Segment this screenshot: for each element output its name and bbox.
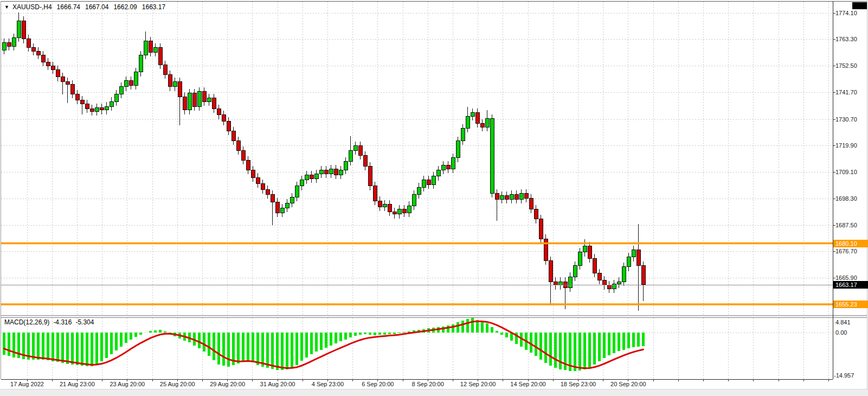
time-axis-label: 25 Aug 20:00 bbox=[160, 381, 195, 388]
macd-axis-label: 0.00 bbox=[835, 329, 847, 336]
macd-name: MACD(12,26,9) bbox=[4, 318, 49, 326]
price-axis-label: 1719.90 bbox=[835, 142, 857, 149]
time-axis-label: 29 Aug 20:00 bbox=[210, 381, 245, 388]
time-axis-label: 21 Aug 23:00 bbox=[60, 381, 95, 388]
macd-indicator-label: MACD(12,26,9)-4.316-5.304 bbox=[4, 318, 94, 326]
macd-axis-label: 4.841 bbox=[835, 319, 851, 326]
level-price-badge: 1680.10 bbox=[833, 240, 868, 247]
price-axis-label: 1774.10 bbox=[835, 10, 857, 17]
time-axis-label: 18 Sep 23:00 bbox=[561, 381, 596, 388]
time-axis-label: 6 Sep 20:00 bbox=[362, 381, 394, 388]
current-price-badge: 1663.17 bbox=[833, 281, 868, 289]
symbol-timeframe: XAUUSD-,H4 bbox=[12, 3, 52, 11]
price-axis-label: 1752.50 bbox=[835, 62, 857, 69]
scrollbar-thumb[interactable] bbox=[852, 2, 867, 9]
ohlc-high: 1667.04 bbox=[85, 3, 108, 11]
macd-signal-value: -5.304 bbox=[75, 318, 94, 326]
chevron-down-icon[interactable]: ▼ bbox=[4, 4, 9, 10]
time-axis-label: 14 Sep 20:00 bbox=[510, 381, 545, 388]
chart-window: ▼XAUUSD-,H41666.741667.041662.091663.17 … bbox=[0, 0, 868, 396]
price-axis-label: 1741.70 bbox=[835, 89, 857, 96]
price-axis-label: 1698.30 bbox=[835, 195, 857, 202]
time-axis-label: 12 Sep 20:00 bbox=[460, 381, 496, 388]
ohlc-open: 1666.74 bbox=[57, 3, 80, 11]
time-axis-label: 20 Sep 20:00 bbox=[610, 381, 646, 388]
macd-axis-label: -14.957 bbox=[834, 372, 854, 379]
chart-title: ▼XAUUSD-,H41666.741667.041662.091663.17 bbox=[4, 3, 165, 11]
ohlc-low: 1662.09 bbox=[113, 3, 137, 11]
time-axis-label: 23 Aug 20:00 bbox=[110, 381, 145, 388]
ohlc-close: 1663.17 bbox=[142, 3, 165, 11]
time-axis-label: 8 Sep 20:00 bbox=[412, 381, 444, 388]
time-axis-label: 4 Sep 23:00 bbox=[312, 381, 344, 388]
level-price-badge: 1655.23 bbox=[833, 301, 868, 308]
time-axis-label: 17 Aug 2022 bbox=[10, 381, 44, 388]
macd-main-value: -4.316 bbox=[53, 318, 72, 326]
price-axis-label: 1709.10 bbox=[835, 169, 857, 176]
chart-canvas[interactable] bbox=[0, 0, 868, 396]
time-axis-label: 31 Aug 20:00 bbox=[260, 381, 295, 388]
price-axis-label: 1763.30 bbox=[835, 36, 857, 43]
price-axis-label: 1676.70 bbox=[835, 248, 857, 255]
price-axis-label: 1730.70 bbox=[835, 116, 857, 123]
price-axis-label: 1687.50 bbox=[835, 222, 857, 229]
